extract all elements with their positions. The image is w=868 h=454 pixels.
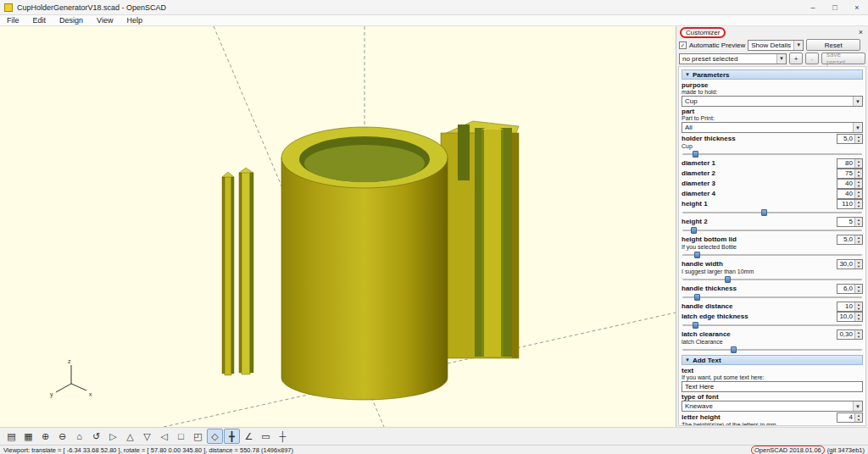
param-label: diameter 4 — [682, 190, 715, 197]
param-desc: Cup — [682, 143, 863, 150]
git-version-text: (git 3473eb1) — [827, 446, 865, 454]
show-edges-icon[interactable]: ▦ — [20, 429, 36, 444]
zoom-out-icon[interactable]: ⊖ — [54, 429, 70, 444]
diameter-2-spinbox[interactable]: 75▲▼ — [837, 169, 863, 179]
spin-down-icon[interactable]: ▼ — [855, 335, 862, 339]
view-bottom-icon[interactable]: ▽ — [139, 429, 155, 444]
close-button[interactable]: × — [846, 0, 868, 14]
view-top-icon[interactable]: △ — [122, 429, 138, 444]
minimize-button[interactable]: – — [802, 0, 824, 14]
purpose-dropdown[interactable]: Cup ▼ — [682, 96, 863, 107]
parameters-section-header[interactable]: ▼ Parameters — [682, 69, 863, 80]
show-details-value: Show Details — [748, 42, 793, 49]
menu-view[interactable]: View — [90, 15, 120, 25]
spin-value: 10,0 — [837, 313, 854, 321]
axis-label-z: z — [68, 358, 71, 364]
latch-clearance-slider[interactable] — [682, 346, 863, 353]
spin-down-icon[interactable]: ▼ — [855, 418, 862, 422]
view-center-icon[interactable]: ╋ — [224, 429, 240, 444]
spin-down-icon[interactable]: ▼ — [855, 240, 862, 244]
handle-thickness-spinbox[interactable]: 6,0▲▼ — [837, 284, 863, 294]
add-text-section-header[interactable]: ▼ Add Text — [682, 355, 863, 365]
height-bottom-lid-spinbox[interactable]: 5,0▲▼ — [837, 235, 863, 245]
slider-handle[interactable] — [761, 209, 767, 216]
param-label: diameter 3 — [682, 180, 715, 187]
height-1-slider[interactable] — [682, 209, 863, 216]
show-surfaces-icon[interactable]: ▤ — [3, 429, 19, 444]
reset-button[interactable]: Reset — [806, 39, 860, 51]
spin-down-icon[interactable]: ▼ — [855, 222, 862, 226]
spin-down-icon[interactable]: ▼ — [855, 307, 862, 311]
view-front-icon[interactable]: □ — [173, 429, 189, 444]
spin-down-icon[interactable]: ▼ — [855, 204, 862, 208]
param-row-part: part Part to Print: All ▼ — [682, 108, 863, 133]
param-label: height bottom lid — [682, 235, 737, 243]
slider-handle[interactable] — [725, 276, 731, 283]
menu-edit[interactable]: Edit — [26, 15, 53, 25]
handle-width-spinbox[interactable]: 30,0▲▼ — [837, 259, 863, 269]
orthogonal-icon[interactable]: ▭ — [258, 429, 274, 444]
param-label: purpose — [682, 81, 863, 89]
remove-preset-button[interactable]: - — [805, 53, 819, 64]
view-right-icon[interactable]: ▷ — [105, 429, 121, 444]
spin-down-icon[interactable]: ▼ — [855, 163, 862, 168]
slider-handle[interactable] — [693, 322, 698, 329]
handle-width-slider[interactable] — [682, 276, 863, 283]
latch-clearance-spinbox[interactable]: 0,30▲▼ — [837, 329, 863, 340]
spin-down-icon[interactable]: ▼ — [855, 194, 862, 198]
menu-help[interactable]: Help — [120, 15, 149, 25]
panel-close-icon[interactable]: × — [857, 28, 865, 36]
preset-dropdown[interactable]: no preset selected ▼ — [679, 53, 787, 64]
customizer-tab[interactable]: Customizer — [680, 27, 726, 38]
automatic-preview-checkbox[interactable]: ✓ — [679, 42, 687, 49]
collapse-triangle-icon: ▼ — [685, 357, 690, 363]
param-label: height 1 — [682, 200, 708, 208]
show-crosshairs-icon[interactable]: ┼ — [275, 429, 291, 444]
menu-design[interactable]: Design — [53, 15, 90, 25]
diameter-4-spinbox[interactable]: 40▲▼ — [837, 189, 863, 199]
section-title: Parameters — [693, 71, 730, 79]
letter-height-spinbox[interactable]: 4▲▼ — [837, 412, 863, 423]
handle-distance-spinbox[interactable]: 10▲▼ — [837, 302, 863, 312]
diameter-1-spinbox[interactable]: 80▲▼ — [837, 158, 863, 169]
spin-down-icon[interactable]: ▼ — [855, 184, 862, 188]
latch-edge-thickness-slider[interactable] — [682, 322, 863, 329]
add-preset-button[interactable]: + — [789, 53, 803, 64]
height-2-slider[interactable] — [682, 227, 863, 234]
holder-thickness-spinbox[interactable]: 5,0▲▼ — [837, 134, 863, 144]
menu-file[interactable]: File — [0, 15, 26, 25]
text-input[interactable] — [682, 381, 863, 392]
holder-thickness-slider[interactable] — [682, 151, 863, 158]
view-left-icon[interactable]: ◁ — [156, 429, 172, 444]
show-details-dropdown[interactable]: Show Details ▼ — [748, 40, 804, 51]
viewport-canvas[interactable]: z y x — [0, 26, 676, 427]
part-dropdown[interactable]: All ▼ — [682, 122, 863, 133]
maximize-button[interactable]: □ — [824, 0, 846, 14]
zoom-in-icon[interactable]: ⊕ — [37, 429, 53, 444]
handle-thickness-slider[interactable] — [682, 294, 863, 301]
zoom-all-icon[interactable]: ⌂ — [71, 429, 87, 444]
latch-edge-thickness-spinbox[interactable]: 10,0▲▼ — [837, 312, 863, 322]
spin-down-icon[interactable]: ▼ — [855, 174, 862, 178]
spin-down-icon[interactable]: ▼ — [855, 289, 862, 293]
window-title: CupHolderGeneratorV18.scad - OpenSCAD — [17, 3, 166, 12]
menu-bar: File Edit Design View Help — [0, 15, 868, 26]
view-diagonal-icon[interactable]: ◇ — [207, 429, 223, 444]
height-2-spinbox[interactable]: 5▲▼ — [837, 217, 863, 227]
diameter-3-spinbox[interactable]: 40▲▼ — [837, 179, 863, 189]
spin-down-icon[interactable]: ▼ — [855, 139, 862, 143]
slider-handle[interactable] — [731, 346, 737, 353]
spin-down-icon[interactable]: ▼ — [855, 264, 862, 269]
slider-handle[interactable] — [694, 252, 700, 258]
reset-view-icon[interactable]: ↺ — [88, 429, 104, 444]
slider-handle[interactable] — [691, 227, 697, 234]
slider-handle[interactable] — [693, 151, 698, 158]
slider-handle[interactable] — [694, 294, 700, 301]
font-dropdown[interactable]: Knewave ▼ — [682, 401, 863, 412]
height-bottom-lid-slider[interactable] — [682, 252, 863, 258]
height-1-spinbox[interactable]: 110▲▼ — [837, 199, 863, 209]
view-back-icon[interactable]: ◰ — [190, 429, 206, 444]
save-preset-button[interactable]: save preset — [821, 53, 865, 64]
perspective-icon[interactable]: ∠ — [241, 429, 257, 444]
spin-down-icon[interactable]: ▼ — [855, 317, 862, 321]
